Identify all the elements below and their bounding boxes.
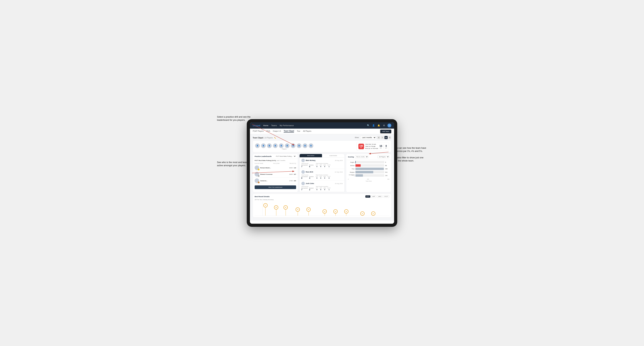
search-icon[interactable]: 🔍: [366, 124, 370, 127]
streak-bubble-6x-1: 6x: [274, 205, 278, 209]
nav-link-home[interactable]: Home: [263, 124, 268, 127]
player-avatar-3[interactable]: 👤: [267, 143, 272, 148]
lb-avatar-2: 2: [254, 172, 259, 176]
filter-btn-app[interactable]: APP: [371, 195, 376, 198]
x-label-400: 400: [387, 178, 390, 180]
player-avatar-7[interactable]: 👤: [291, 143, 296, 148]
edit-team-icon[interactable]: ✏️: [274, 137, 276, 139]
team-title-row: Team Clippd | 14 Players ✏️: [253, 136, 276, 139]
drill-select[interactable]: PUTT Must Make Putting ...: [275, 155, 296, 157]
subnav-all-players[interactable]: All Players: [303, 130, 311, 133]
total-rounds-group-1: Total Rounds Tournament 7 Practice: [301, 163, 314, 168]
player-avatar-5[interactable]: 👤: [279, 143, 284, 148]
streak-bubble-3x-2: 3x: [371, 211, 376, 216]
streak-dot-4x-3: 4x: [344, 209, 348, 216]
filter-btn-arg[interactable]: ARG: [377, 195, 382, 198]
activity-card: Most Active Least Active Blair McHarg 26…: [300, 154, 345, 192]
tournament-col-1: Tournament 7: [301, 165, 308, 168]
streak-dot-3x-2: 3x: [371, 211, 376, 216]
subtitle-drill: PUTT Must Make Putting (3-6 ft),: [254, 160, 276, 161]
apc-name-3: Josh Coles: [306, 183, 314, 184]
player-avatar-9[interactable]: 👤: [302, 143, 308, 148]
players-row-container: 👤 👤 👤 👤 👤 👤 👤 👤 👤 👤 Players: [253, 141, 391, 152]
subnav-hcaps[interactable]: Hcaps 1-5: [273, 130, 281, 133]
shot-divider: [384, 144, 384, 149]
shot-yds-1-value: 16: [380, 145, 382, 147]
tablet-screen: clippd Home Teams My Performance 🔍 👤 🔔 ⚙…: [250, 122, 394, 224]
player-avatar-4[interactable]: 👤: [273, 143, 278, 148]
filter-btn-putt[interactable]: PUTT: [383, 195, 390, 198]
total-rounds-group-3: Total Rounds Tournament 7 Practice: [301, 186, 314, 191]
bar-label-eagles: Eagles: [348, 162, 354, 163]
settings-icon[interactable]: ⚙: [382, 124, 386, 127]
card-view-icon[interactable]: ▦: [384, 136, 388, 139]
nav-link-my-performance[interactable]: My Performance: [280, 124, 294, 127]
lb-badge-silver: 2: [258, 175, 260, 177]
lb-score-1: 19/20: [289, 167, 292, 169]
lb-avg-1: 110: [294, 167, 296, 169]
bar-track-dbogeys: [356, 174, 384, 177]
lb-name-3: Cameron...: [260, 180, 288, 181]
subnav-pgat[interactable]: PGAT Players: [253, 130, 264, 133]
team-header: Team Clippd | 14 Players ✏️ Show: Last 3…: [253, 136, 391, 139]
bar-val-dbogeys: 131: [385, 175, 390, 176]
filter-btn-ott[interactable]: OTT: [365, 195, 370, 198]
practice-leaderboards-card: Practice Leaderboards PUTT Must Make Put…: [253, 154, 298, 192]
streak-line-7x-1: [265, 207, 266, 216]
apc-header-1: Blair McHarg 26 Aug 2023: [301, 159, 343, 162]
list-view-icon[interactable]: ≡: [381, 136, 384, 139]
shot-score-sub: SC: [360, 147, 362, 148]
bar-track-eagles: [356, 161, 384, 163]
x-label-0: 0: [348, 178, 348, 180]
player-avatar-2[interactable]: 👤: [261, 143, 266, 148]
bell-icon[interactable]: 🔔: [377, 124, 380, 127]
shot-dist: Shot Dist: 16 yds: [366, 143, 378, 145]
lb-score-2: 18/20: [289, 173, 292, 175]
apc-name-row-1: Blair McHarg: [301, 159, 316, 162]
streak-dot-5x-2: 5x: [306, 207, 310, 216]
view-full-leaderboard-button[interactable]: View Full Leaderboard: [254, 185, 296, 189]
nav-icons: 🔍 👤 🔔 ⚙ U: [366, 124, 391, 127]
subnav-tour[interactable]: Tour: [297, 130, 300, 133]
lb-row-3: 3 Cameron... 17/20 103: [253, 177, 298, 184]
tournament-label-1: Tournament: [301, 165, 308, 166]
apc-date-1: 26 Aug 2023: [335, 160, 343, 161]
bar-label-birdies: Birdies: [348, 165, 354, 166]
subnav-pga[interactable]: PGA: [266, 130, 270, 133]
streak-bubble-3x-1: 3x: [360, 211, 364, 216]
people-icon[interactable]: 👤: [372, 124, 375, 127]
practice-label-1: Practice: [309, 165, 314, 166]
player-avatar-1[interactable]: 👤: [255, 143, 260, 148]
players-label: Players: [255, 148, 314, 150]
bar-fill-dbogeys: [356, 174, 363, 177]
tablet-device: clippd Home Teams My Performance 🔍 👤 🔔 ⚙…: [247, 119, 397, 227]
show-period-select[interactable]: Last 3 months Last 6 months Last year: [360, 136, 376, 139]
player-avatar-6[interactable]: 👤: [285, 143, 290, 148]
bar-val-birdies: 96: [385, 165, 390, 166]
player-avatar-10[interactable]: 👤: [308, 143, 314, 148]
total-rounds-vals-1: Tournament 7 Practice 6: [301, 165, 314, 168]
filter-icon[interactable]: ⇅: [388, 136, 391, 139]
chart-y-axis: [262, 202, 262, 216]
streak-dot-7x-1: 7x: [264, 203, 268, 216]
show-label: Show:: [355, 137, 359, 138]
apc-stats-3: Total Rounds Tournament 7 Practice: [301, 186, 343, 191]
subnav-team-clippd[interactable]: Team Clippd: [284, 130, 294, 133]
grid-view-icon[interactable]: ⊞: [377, 136, 380, 139]
tab-least-active[interactable]: Least Active: [322, 154, 344, 157]
user-avatar[interactable]: U: [388, 124, 391, 127]
player-avatar-8[interactable]: 👤: [296, 143, 302, 148]
practice-activities-group-3: Total Practice Activities OTT 0 APP: [316, 186, 330, 191]
tab-most-active[interactable]: Most Active: [300, 154, 322, 157]
streak-dot-4x-2: 4x: [334, 209, 338, 216]
players-section: 👤 👤 👤 👤 👤 👤 👤 👤 👤 👤 Players: [255, 143, 314, 150]
sub-nav: PGAT Players PGA Hcaps 1-5 Team Clippd T…: [250, 129, 394, 134]
shot-score: 198 SC: [358, 144, 364, 149]
scoring-card: Scoring Par 3, 4 & 5s All Players Ea: [346, 154, 391, 192]
scoring-players-filter[interactable]: All Players: [378, 155, 390, 158]
nav-link-teams[interactable]: Teams: [271, 124, 277, 127]
scoring-par-filter[interactable]: Par 3, 4 & 5s: [355, 155, 368, 158]
activities-vals-1: OTT 0 APP 0 ARG: [316, 165, 330, 168]
lb-row-2: 2 Edward Crossman 18/20 107: [253, 171, 298, 177]
add-team-button[interactable]: Add Team: [380, 130, 391, 133]
